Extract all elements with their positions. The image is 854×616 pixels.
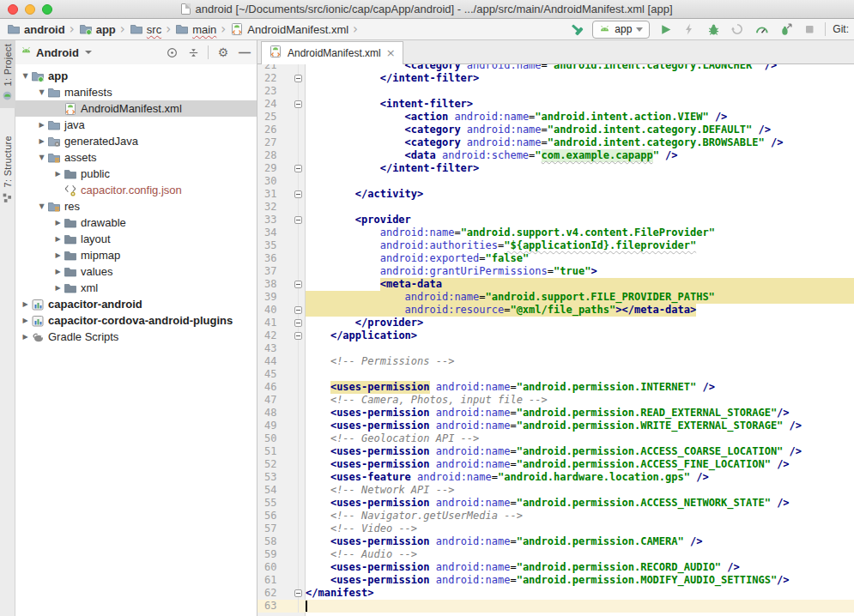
code-line-58[interactable]: 58 <uses-permission android:name="androi… xyxy=(257,535,854,548)
fold-marker[interactable] xyxy=(294,165,302,172)
collapse-all-button[interactable] xyxy=(186,45,200,59)
tree-item-generatedjava[interactable]: ▶generatedJava xyxy=(15,133,257,149)
breadcrumb-item-app[interactable]: app xyxy=(79,22,116,36)
editor-gutter[interactable]: 50 xyxy=(257,432,306,445)
line-number[interactable]: 36 xyxy=(257,252,294,265)
expand-arrow-icon[interactable]: ▶ xyxy=(53,219,63,226)
tree-item-java[interactable]: ▶java xyxy=(15,117,257,133)
line-number[interactable]: 33 xyxy=(257,214,294,226)
line-number[interactable]: 25 xyxy=(257,111,294,124)
editor-gutter[interactable]: 31 xyxy=(257,188,306,201)
editor-gutter[interactable]: 22 xyxy=(257,72,306,85)
editor-gutter[interactable]: 56 xyxy=(257,510,306,522)
settings-gear-icon[interactable]: ⚙ xyxy=(216,45,230,59)
code-line-55[interactable]: 55 <uses-permission android:name="androi… xyxy=(257,497,854,510)
editor-gutter[interactable]: 39 xyxy=(257,291,306,304)
line-number[interactable]: 52 xyxy=(257,458,294,471)
fold-marker[interactable] xyxy=(294,100,302,108)
code-line-46[interactable]: 46 <uses-permission android:name="androi… xyxy=(257,381,854,394)
code-line-27[interactable]: 27 <category android:name="android.inten… xyxy=(257,136,854,149)
run-button[interactable] xyxy=(657,21,674,38)
expand-arrow-icon[interactable]: ▶ xyxy=(53,235,63,243)
tree-item-assets[interactable]: ▼assets xyxy=(15,149,257,166)
line-number[interactable]: 43 xyxy=(257,342,294,355)
minimize-window-button[interactable] xyxy=(25,4,35,15)
line-number[interactable]: 53 xyxy=(257,471,294,484)
code-line-44[interactable]: 44 <!-- Permissions --> xyxy=(257,355,854,368)
editor-gutter[interactable]: 40 xyxy=(257,304,306,317)
profiler-button[interactable] xyxy=(753,21,770,38)
editor-tab-androidmanifest[interactable]: AndroidManifest.xml × xyxy=(261,41,403,64)
line-number[interactable]: 60 xyxy=(257,561,294,574)
line-number[interactable]: 42 xyxy=(257,329,294,342)
editor-gutter[interactable]: 24 xyxy=(257,98,306,111)
code-line-62[interactable]: 62</manifest> xyxy=(257,587,854,600)
code-line-32[interactable]: 32 xyxy=(257,201,854,214)
fold-marker[interactable] xyxy=(294,332,302,340)
code-line-47[interactable]: 47 <!-- Camera, Photos, input file --> xyxy=(257,394,854,407)
editor-gutter[interactable]: 27 xyxy=(257,136,306,149)
line-number[interactable]: 44 xyxy=(257,355,294,368)
line-number[interactable]: 57 xyxy=(257,522,294,535)
editor-gutter[interactable]: 46 xyxy=(257,381,306,394)
apply-changes-button[interactable] xyxy=(681,21,698,38)
code-line-59[interactable]: 59 <!-- Audio --> xyxy=(257,548,854,561)
tree-item-capacitor-android[interactable]: ▶capacitor-android xyxy=(15,296,257,312)
line-number[interactable]: 32 xyxy=(257,201,294,214)
breadcrumb-item-main[interactable]: main xyxy=(175,22,216,36)
editor-gutter[interactable]: 45 xyxy=(257,368,306,381)
line-number[interactable]: 27 xyxy=(257,136,294,149)
expand-arrow-icon[interactable]: ▶ xyxy=(21,333,30,341)
editor-gutter[interactable]: 32 xyxy=(257,201,306,214)
editor-gutter[interactable]: 30 xyxy=(257,175,306,188)
code-line-53[interactable]: 53 <uses-feature android:name="android.h… xyxy=(257,471,854,484)
editor-gutter[interactable]: 60 xyxy=(257,561,306,574)
code-line-31[interactable]: 31 </activity> xyxy=(257,188,854,201)
editor-gutter[interactable]: 37 xyxy=(257,265,306,278)
tree-item-androidmanifest-xml[interactable]: AndroidManifest.xml xyxy=(15,100,257,117)
code-line-40[interactable]: 40 android:resource="@xml/file_paths"></… xyxy=(257,304,854,317)
editor-gutter[interactable]: 38 xyxy=(257,278,306,291)
code-line-29[interactable]: 29 </intent-filter> xyxy=(257,162,854,175)
expand-arrow-icon[interactable]: ▶ xyxy=(21,317,30,324)
code-line-48[interactable]: 48 <uses-permission android:name="androi… xyxy=(257,407,854,420)
tree-item-app[interactable]: ▼app xyxy=(15,68,257,84)
run-configuration-selector[interactable]: app xyxy=(592,21,650,39)
line-number[interactable]: 51 xyxy=(257,445,294,458)
tree-item-drawable[interactable]: ▶drawable xyxy=(15,214,257,231)
code-line-41[interactable]: 41 </provider> xyxy=(257,317,854,329)
code-line-63[interactable]: 63 xyxy=(257,600,854,613)
code-line-57[interactable]: 57 <!-- Video --> xyxy=(257,522,854,535)
line-number[interactable]: 37 xyxy=(257,265,294,278)
attach-debugger-button[interactable] xyxy=(777,21,794,38)
editor-gutter[interactable]: 21 xyxy=(257,64,306,72)
expand-arrow-icon[interactable]: ▶ xyxy=(53,268,63,275)
code-line-39[interactable]: 39 android:name="android.support.FILE_PR… xyxy=(257,291,854,304)
code-line-35[interactable]: 35 android:authorities="${applicationId}… xyxy=(257,239,854,252)
code-line-51[interactable]: 51 <uses-permission android:name="androi… xyxy=(257,445,854,458)
editor-gutter[interactable]: 29 xyxy=(257,162,306,175)
line-number[interactable]: 61 xyxy=(257,574,294,587)
tree-item-res[interactable]: ▼res xyxy=(15,198,257,214)
editor-gutter[interactable]: 53 xyxy=(257,471,306,484)
code-line-33[interactable]: 33 <provider xyxy=(257,214,854,226)
editor-gutter[interactable]: 28 xyxy=(257,149,306,162)
line-number[interactable]: 39 xyxy=(257,291,294,304)
expand-arrow-icon[interactable]: ▶ xyxy=(21,300,30,308)
coverage-button[interactable] xyxy=(729,21,746,38)
editor-gutter[interactable]: 61 xyxy=(257,574,306,587)
code-line-49[interactable]: 49 <uses-permission android:name="androi… xyxy=(257,420,854,432)
code-line-43[interactable]: 43 xyxy=(257,342,854,355)
line-number[interactable]: 28 xyxy=(257,149,294,162)
editor-gutter[interactable]: 55 xyxy=(257,497,306,510)
expand-arrow-icon[interactable]: ▶ xyxy=(37,121,46,129)
tree-item-layout[interactable]: ▶layout xyxy=(15,231,257,247)
expand-arrow-icon[interactable]: ▶ xyxy=(37,137,46,145)
editor-gutter[interactable]: 51 xyxy=(257,445,306,458)
tree-item-values[interactable]: ▶values xyxy=(15,263,257,280)
line-number[interactable]: 24 xyxy=(257,98,294,111)
line-number[interactable]: 59 xyxy=(257,548,294,561)
editor-gutter[interactable]: 62 xyxy=(257,587,306,600)
code-line-54[interactable]: 54 <!-- Network API --> xyxy=(257,484,854,497)
editor-gutter[interactable]: 54 xyxy=(257,484,306,497)
